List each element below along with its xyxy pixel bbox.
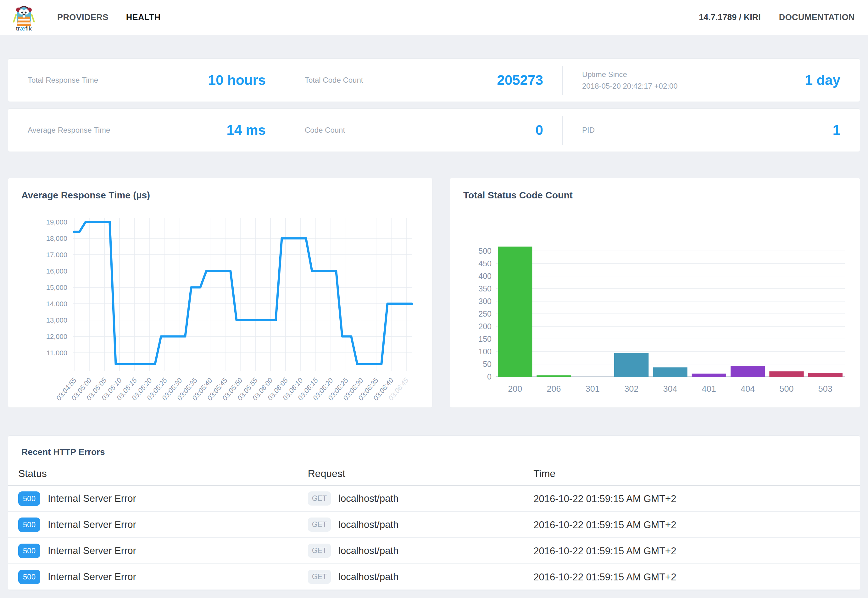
svg-text:404: 404 [741,384,755,394]
svg-text:13,000: 13,000 [46,316,67,324]
errors-table-title: Recent HTTP Errors [21,447,105,457]
status-code-bar-chart: 0501001502002503003504004505002002063013… [462,207,848,404]
column-header-time: Time [523,465,860,486]
request-path: localhost/path [338,493,398,504]
svg-text:17,000: 17,000 [46,251,67,259]
stat-total-response-time: Total Response Time 10 hours [8,59,285,102]
uptime-since-date: 2018-05-20 20:42:17 +02:00 [582,82,678,90]
error-time: 2016-10-22 01:59:15 AM GMT+2 [533,545,676,556]
error-row: 500Internal Server Error GETlocalhost/pa… [8,564,860,590]
status-code-badge: 500 [18,544,40,558]
status-code-badge: 500 [18,570,40,584]
traefik-gopher-icon [12,3,36,27]
stat-uptime-since: Uptime Since 2018-05-20 20:42:17 +02:00 … [563,59,860,102]
svg-text:304: 304 [663,384,677,394]
line-chart-title: Average Response Time (µs) [21,190,150,200]
bar-chart-title: Total Status Code Count [463,190,573,200]
http-method-badge: GET [308,517,331,532]
svg-text:0: 0 [487,372,492,381]
error-row: 500Internal Server Error GETlocalhost/pa… [8,486,860,511]
svg-text:100: 100 [478,347,492,356]
svg-text:206: 206 [546,384,561,394]
stat-average-response-time: Average Response Time 14 ms [8,109,285,151]
nav-right: 14.7.1789 / KIRI DOCUMENTATION [699,13,859,22]
svg-text:401: 401 [702,384,716,394]
svg-text:11,000: 11,000 [46,349,67,357]
svg-text:503: 503 [818,384,832,394]
svg-text:450: 450 [478,259,492,268]
average-response-time-chart-card: Average Response Time (µs) 11,00012,0001… [8,178,433,408]
error-row: 500Internal Server Error GETlocalhost/pa… [8,511,860,538]
nav-item-documentation[interactable]: DOCUMENTATION [779,13,855,22]
svg-text:302: 302 [624,384,638,394]
column-header-status: Status [8,465,298,486]
stat-label: PID [582,124,595,136]
stat-value: 1 day [805,72,840,88]
request-path: localhost/path [338,545,398,556]
request-path: localhost/path [338,519,398,530]
stat-pid: PID 1 [563,109,860,151]
status-code-chart-card: Total Status Code Count 0501001502002503… [450,178,860,408]
stat-value: 1 [833,122,840,138]
stat-label: Uptime Since 2018-05-20 20:42:17 +02:00 [582,69,678,92]
errors-table-header-row: Status Request Time [8,465,860,486]
svg-text:14,000: 14,000 [46,300,67,308]
svg-text:200: 200 [508,384,522,394]
stat-value: 205273 [497,72,543,88]
svg-text:500: 500 [779,384,793,394]
error-time: 2016-10-22 01:59:15 AM GMT+2 [533,519,676,530]
svg-text:12,000: 12,000 [46,333,67,341]
stat-value: 0 [536,122,543,138]
top-nav: træfik PROVIDERS HEALTH 14.7.1789 / KIRI… [0,0,868,35]
stat-value: 10 hours [208,72,266,88]
request-path: localhost/path [338,571,398,582]
status-code-badge: 500 [18,492,40,506]
svg-text:200: 200 [478,322,492,331]
status-code-badge: 500 [18,517,40,532]
stat-label: Average Response Time [28,124,110,136]
svg-text:18,000: 18,000 [46,235,67,242]
stat-code-count: Code Count 0 [285,109,563,151]
stats-row-secondary: Average Response Time 14 ms Code Count 0… [8,108,860,152]
svg-text:19,000: 19,000 [46,218,67,226]
traefik-health-dashboard: træfik PROVIDERS HEALTH 14.7.1789 / KIRI… [0,0,868,598]
recent-http-errors-card: Recent HTTP Errors Status Request Time 5… [8,435,860,591]
svg-text:16,000: 16,000 [46,267,67,275]
error-row: 500Internal Server Error GETlocalhost/pa… [8,538,860,564]
stats-row-primary: Total Response Time 10 hours Total Code … [8,58,860,102]
svg-text:350: 350 [478,284,492,293]
svg-text:150: 150 [478,335,492,343]
svg-text:15,000: 15,000 [46,284,67,292]
version-label: 14.7.1789 / KIRI [699,13,761,22]
stat-label: Total Response Time [28,74,98,86]
error-message: Internal Server Error [48,571,136,582]
error-message: Internal Server Error [48,545,136,556]
nav-item-health[interactable]: HEALTH [126,13,161,22]
stat-value: 14 ms [226,122,266,138]
logo-wordmark: træfik [16,25,32,32]
error-message: Internal Server Error [48,519,136,530]
svg-text:50: 50 [483,360,492,368]
errors-table: Status Request Time 500Internal Server E… [8,465,860,590]
column-header-request: Request [298,465,524,486]
error-message: Internal Server Error [48,493,136,504]
error-time: 2016-10-22 01:59:15 AM GMT+2 [533,493,676,504]
traefik-logo[interactable]: træfik [9,3,38,32]
http-method-badge: GET [308,492,331,505]
http-method-badge: GET [308,544,331,558]
stat-total-code-count: Total Code Count 205273 [285,59,563,102]
nav-item-providers[interactable]: PROVIDERS [57,13,109,22]
svg-text:400: 400 [478,272,492,280]
svg-text:500: 500 [478,247,492,255]
error-time: 2016-10-22 01:59:15 AM GMT+2 [533,571,676,582]
svg-text:300: 300 [478,297,492,306]
stat-label: Total Code Count [305,74,363,86]
svg-text:250: 250 [478,309,492,318]
svg-text:301: 301 [585,384,600,394]
nav-menu: PROVIDERS HEALTH [57,13,161,22]
http-method-badge: GET [308,570,331,584]
average-response-time-line-chart: 11,00012,00013,00014,00015,00016,00017,0… [14,213,426,405]
stat-label: Code Count [305,124,345,136]
